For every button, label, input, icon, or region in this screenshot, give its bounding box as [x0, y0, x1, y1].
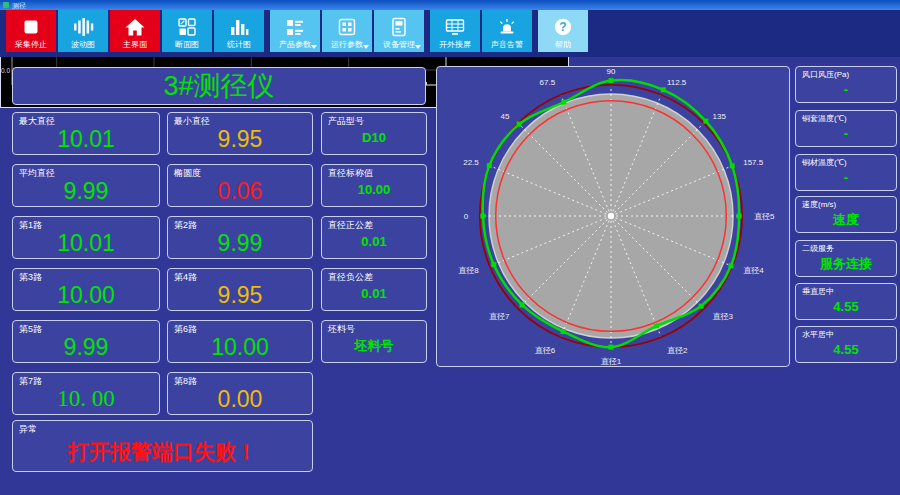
gauge-field-value: 10.01	[13, 230, 159, 256]
svg-text:直径6: 直径6	[535, 346, 556, 355]
help-icon: ?	[538, 15, 588, 39]
gauge-field-value: 10. 00	[13, 386, 159, 412]
status-field-value: 4.55	[796, 342, 896, 357]
section-icon	[162, 15, 212, 39]
gauge-field: 第8路0.00	[167, 372, 313, 415]
gauge-field-value: 9.99	[13, 178, 159, 204]
gauge-field-label: 第3路	[19, 272, 42, 282]
gauge-field-label: 产品型号	[328, 116, 364, 126]
gauge-field-value: 0.01	[322, 286, 426, 301]
gauge-field-label: 第1路	[19, 220, 42, 230]
toolbar-button-1[interactable]: 采集停止	[6, 10, 56, 52]
alarm-box: 异常 打开报警端口失败！	[12, 420, 313, 472]
gauge-field-label: 平均直径	[19, 168, 55, 178]
chevron-down-icon	[363, 45, 369, 49]
gauge-field-value: 9.95	[168, 126, 312, 152]
gauge-field: 第7路10. 00	[12, 372, 160, 415]
chevron-down-icon	[311, 45, 317, 49]
app-icon	[3, 2, 9, 8]
status-field-label: 风口风压(Pa)	[802, 70, 849, 80]
gauge-field-label: 第4路	[174, 272, 197, 282]
app-window: { "window": { "title": "测径" }, "palette"…	[0, 0, 900, 495]
gauge-field-value: 10.01	[13, 126, 159, 152]
gauge-field-value: 9.99	[13, 334, 159, 360]
gauge-field-value: 0.01	[322, 234, 426, 249]
external-screen-icon	[430, 15, 480, 39]
svg-text:22.5: 22.5	[463, 158, 479, 167]
svg-text:直径4: 直径4	[743, 266, 764, 275]
gauge-field-label: 最小直径	[174, 116, 210, 126]
status-field-value: 速度	[796, 212, 896, 227]
toolbar-button-4[interactable]: 断面图	[162, 10, 212, 52]
toolbar-button-label: 统计图	[214, 40, 264, 49]
toolbar-button-8[interactable]: 设备管理	[374, 10, 424, 52]
svg-text:157.5: 157.5	[743, 158, 764, 167]
gauge-field-label: 第2路	[174, 220, 197, 230]
gauge-field-value: 0.00	[168, 386, 312, 412]
svg-text:112.5: 112.5	[667, 78, 687, 87]
status-field-value: -	[796, 126, 896, 141]
svg-text:直径3: 直径3	[713, 312, 734, 321]
status-field-label: 垂直居中	[802, 287, 834, 297]
svg-text:67.5: 67.5	[540, 78, 556, 87]
status-field: 铜套温度(℃)-	[795, 110, 897, 147]
gauge-field-label: 直径正公差	[328, 220, 373, 230]
gauge-field: 第2路9.99	[167, 216, 313, 259]
window-titlebar: 测径	[0, 0, 900, 10]
status-field-value: -	[796, 82, 896, 97]
gauge-field: 直径负公差0.01	[321, 268, 427, 311]
toolbar-button-10[interactable]: 声音告警	[482, 10, 532, 52]
alarm-label: 异常	[19, 424, 37, 434]
gauge-field-label: 最大直径	[19, 116, 55, 126]
gauge-title-box: 3#测径仪	[12, 67, 426, 105]
gauge-field: 最大直径10.01	[12, 112, 160, 155]
gauge-field-value: 10.00	[322, 182, 426, 197]
toolbar-button-label: 断面图	[162, 40, 212, 49]
wave-icon	[58, 15, 108, 39]
toolbar-button-3[interactable]: 主界面	[110, 10, 160, 52]
run-params-icon	[322, 15, 372, 39]
toolbar-button-label: 开外接屏	[430, 40, 480, 49]
stats-icon	[214, 15, 264, 39]
toolbar-button-5[interactable]: 统计图	[214, 10, 264, 52]
gauge-field-label: 第8路	[174, 376, 197, 386]
gauge-field: 第1路10.01	[12, 216, 160, 259]
status-field: 水平居中4.55	[795, 326, 897, 363]
toolbar-button-7[interactable]: 运行参数	[322, 10, 372, 52]
svg-text:直径1: 直径1	[601, 357, 622, 366]
gauge-field: 第5路9.99	[12, 320, 160, 363]
svg-text:45: 45	[500, 112, 509, 121]
gauge-field-label: 第5路	[19, 324, 42, 334]
gauge-field-value: 坯料号	[322, 338, 426, 353]
gauge-field: 直径标称值10.00	[321, 164, 427, 207]
status-field-label: 速度(m/s)	[802, 200, 836, 210]
toolbar-button-9[interactable]: 开外接屏	[430, 10, 480, 52]
svg-text:90: 90	[607, 67, 616, 76]
alarm-message: 打开报警端口失败！	[13, 438, 312, 466]
toolbar-button-6[interactable]: 产品参数	[270, 10, 320, 52]
gauge-field-label: 直径负公差	[328, 272, 373, 282]
gauge-field-value: 10.00	[168, 334, 312, 360]
status-field: 二级服务服务连接	[795, 240, 897, 277]
gauge-field-label: 第7路	[19, 376, 42, 386]
gauge-field: 平均直径9.99	[12, 164, 160, 207]
gauge-field-value: 9.95	[168, 282, 312, 308]
status-field: 垂直居中4.55	[795, 283, 897, 320]
toolbar-button-label: 帮助	[538, 40, 588, 49]
svg-text:直径8: 直径8	[458, 266, 479, 275]
toolbar-button-2[interactable]: 波动图	[58, 10, 108, 52]
gauge-field-label: 坯料号	[328, 324, 355, 334]
window-title: 测径	[12, 2, 26, 9]
gauge-field-value: 0.06	[168, 178, 312, 204]
gauge-field-value: 10.00	[13, 282, 159, 308]
toolbar-button-11[interactable]: ?帮助	[538, 10, 588, 52]
svg-text:0: 0	[464, 212, 469, 221]
status-field-value: 4.55	[796, 299, 896, 314]
toolbar-button-label: 声音告警	[482, 40, 532, 49]
gauge-field: 椭圆度0.06	[167, 164, 313, 207]
chevron-down-icon	[415, 45, 421, 49]
status-field: 风口风压(Pa)-	[795, 66, 897, 103]
status-field: 铜材温度(℃)-	[795, 154, 897, 191]
toolbar-button-label: 主界面	[110, 40, 160, 49]
gauge-field: 第4路9.95	[167, 268, 313, 311]
